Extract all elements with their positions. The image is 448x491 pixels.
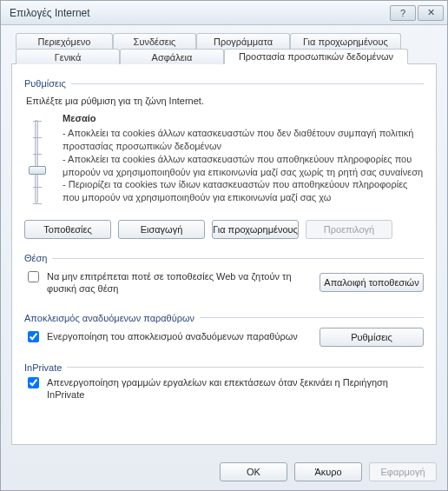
tab-panel: Περιεχόμενο Συνδέσεις Προγράμματα Για πρ… xyxy=(11,63,437,445)
group-title: Θέση xyxy=(24,253,47,263)
tab-label: Συνδέσεις xyxy=(134,36,176,47)
group-settings: Ρυθμίσεις xyxy=(24,78,424,89)
tabs-row-front: Γενικά Ασφάλεια Προστασία προσωπικών δεδ… xyxy=(16,49,408,64)
popup-enable-label: Ενεργοποίηση του αποκλεισμού αναδυόμενων… xyxy=(47,330,302,342)
group-location-header: Θέση xyxy=(24,253,424,263)
help-icon: ? xyxy=(400,8,405,18)
window-controls: ? ✕ xyxy=(390,5,444,21)
location-deny-checkbox[interactable] xyxy=(28,271,39,282)
help-button[interactable]: ? xyxy=(390,5,416,21)
window-title: Επιλογές Internet xyxy=(10,7,390,19)
tab-security[interactable]: Ασφάλεια xyxy=(120,49,224,64)
privacy-level-description: Μεσαίο - Αποκλείει τα cookies άλλων κατα… xyxy=(63,113,424,204)
inprivate-checkbox-row: Απενεργοποίηση γραμμών εργαλείων και επε… xyxy=(24,376,424,401)
privacy-level-line: - Αποκλείει τα cookies άλλων κατασκευαστ… xyxy=(63,127,424,153)
privacy-level-line: - Αποκλείει τα cookies άλλων κατασκευαστ… xyxy=(63,153,424,179)
tab-label: Προστασία προσωπικών δεδομένων xyxy=(239,51,393,62)
tab-label: Γενικά xyxy=(55,52,82,63)
inprivate-disable-toolbars-checkbox[interactable] xyxy=(28,377,39,388)
tab-content[interactable]: Περιεχόμενο xyxy=(16,33,113,49)
group-title: InPrivate xyxy=(24,362,62,373)
ok-button[interactable]: OK xyxy=(220,462,287,481)
tabs-row-back: Περιεχόμενο Συνδέσεις Προγράμματα Για πρ… xyxy=(16,33,401,49)
tab-general[interactable]: Γενικά xyxy=(16,49,120,64)
settings-instruction: Επιλέξτε μια ρύθμιση για τη ζώνη Interne… xyxy=(26,96,424,106)
sites-button[interactable]: Τοποθεσίες xyxy=(24,220,111,239)
location-checkbox-row: Να μην επιτρέπεται ποτέ σε τοποθεσίες We… xyxy=(24,270,302,295)
dialog-window: Επιλογές Internet ? ✕ Περιεχόμενο Συνδέσ… xyxy=(0,0,448,491)
clear-sites-button[interactable]: Απαλοιφή τοποθεσιών xyxy=(320,273,424,292)
tab-label: Ασφάλεια xyxy=(152,52,193,63)
close-icon: ✕ xyxy=(427,7,435,18)
privacy-level-title: Μεσαίο xyxy=(63,113,424,123)
tab-label: Για προχωρημένους xyxy=(303,36,388,47)
import-button[interactable]: Εισαγωγή xyxy=(118,220,205,239)
slider-track xyxy=(35,120,38,203)
tab-label: Προγράμματα xyxy=(214,36,273,47)
location-deny-label: Να μην επιτρέπεται ποτέ σε τοποθεσίες We… xyxy=(47,270,302,295)
cancel-button[interactable]: Άκυρο xyxy=(294,462,362,481)
close-button[interactable]: ✕ xyxy=(418,5,444,21)
divider xyxy=(67,367,424,368)
tab-programs[interactable]: Προγράμματα xyxy=(196,33,290,49)
titlebar: Επιλογές Internet ? ✕ xyxy=(1,1,447,25)
popup-settings-button[interactable]: Ρυθμίσεις xyxy=(320,328,424,347)
privacy-level-line: - Περιορίζει τα cookies των ίδιων κατασκ… xyxy=(63,178,424,204)
divider xyxy=(200,317,424,318)
settings-buttons: Τοποθεσίες Εισαγωγή Για προχωρημένους Πρ… xyxy=(24,220,424,239)
inprivate-disable-toolbars-label: Απενεργοποίηση γραμμών εργαλείων και επε… xyxy=(47,376,424,401)
tab-advanced[interactable]: Για προχωρημένους xyxy=(290,33,401,49)
group-title: Ρυθμίσεις xyxy=(24,78,66,89)
divider xyxy=(71,83,424,84)
privacy-level-area: Μεσαίο - Αποκλείει τα cookies άλλων κατα… xyxy=(24,113,424,204)
group-inprivate-header: InPrivate xyxy=(24,362,424,373)
tab-privacy[interactable]: Προστασία προσωπικών δεδομένων xyxy=(224,49,408,64)
tab-connections[interactable]: Συνδέσεις xyxy=(113,33,196,49)
default-button: Προεπιλογή xyxy=(306,220,392,239)
popup-checkbox-row: Ενεργοποίηση του αποκλεισμού αναδυόμενων… xyxy=(24,330,302,345)
slider-thumb[interactable] xyxy=(29,166,46,175)
group-popup: Αποκλεισμός αναδυόμενων παραθύρων Ενεργο… xyxy=(24,309,424,352)
dialog-content: Περιεχόμενο Συνδέσεις Προγράμματα Για πρ… xyxy=(1,25,447,454)
privacy-slider[interactable] xyxy=(24,113,49,204)
dialog-footer: OK Άκυρο Εφαρμογή xyxy=(1,454,447,490)
apply-button: Εφαρμογή xyxy=(369,462,437,481)
group-title: Αποκλεισμός αναδυόμενων παραθύρων xyxy=(24,313,194,323)
divider xyxy=(52,258,424,259)
group-location: Θέση Να μην επιτρέπεται ποτέ σε τοποθεσί… xyxy=(24,249,424,302)
tab-label: Περιεχόμενο xyxy=(38,36,91,47)
popup-enable-checkbox[interactable] xyxy=(28,331,39,342)
group-inprivate: InPrivate Απενεργοποίηση γραμμών εργαλεί… xyxy=(24,359,424,405)
advanced-button[interactable]: Για προχωρημένους xyxy=(212,220,299,239)
group-popup-header: Αποκλεισμός αναδυόμενων παραθύρων xyxy=(24,313,424,323)
